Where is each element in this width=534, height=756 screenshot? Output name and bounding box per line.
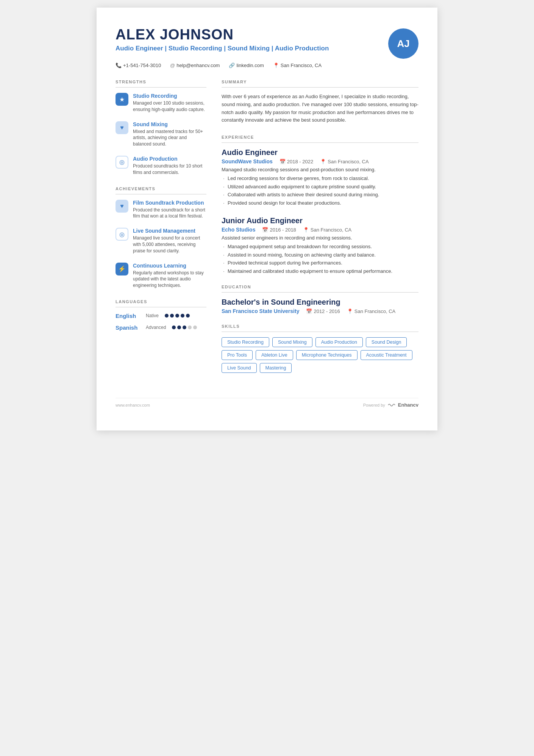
exp-summary-0: Managed studio recording sessions and po… xyxy=(222,167,418,172)
skill-tag-5: Ableton Live xyxy=(256,350,293,360)
strength-name-1: Sound Mixing xyxy=(133,121,206,127)
summary-divider xyxy=(222,87,418,88)
achievement-content-2: Continuous Learning Regularly attend wor… xyxy=(133,263,206,289)
exp-bullet-0-2: Collaborated with artists to achieve the… xyxy=(222,191,418,199)
resume-page: ALEX JOHNSON Audio Engineer | Studio Rec… xyxy=(97,8,437,430)
skill-tag-1: Sound Mixing xyxy=(272,337,312,347)
location-icon: 📍 xyxy=(273,63,279,68)
education-divider xyxy=(222,292,418,293)
achievement-name-1: Live Sound Management xyxy=(133,228,206,234)
education-section: EDUCATION Bachelor's in Sound Engineerin… xyxy=(222,285,418,314)
edu-meta-0: San Francisco State University 📅 2012 - … xyxy=(222,308,418,314)
achievement-item-2: ⚡ Continuous Learning Regularly attend w… xyxy=(116,263,206,289)
location-text: San Francisco, CA xyxy=(281,63,322,68)
skill-tag-4: Pro Tools xyxy=(222,350,253,360)
dot xyxy=(177,326,181,329)
strength-item-2: ◎ Audio Production Produced soundtracks … xyxy=(116,156,206,176)
edu-degree-0: Bachelor's in Sound Engineering xyxy=(222,298,418,307)
language-item-0: English Native xyxy=(116,313,206,319)
link-icon: 🔗 xyxy=(229,63,235,68)
strength-content-0: Studio Recording Managed over 100 studio… xyxy=(133,93,206,113)
strength-name-0: Studio Recording xyxy=(133,93,206,99)
language-name-1: Spanish xyxy=(116,324,142,331)
strengths-section: STRENGTHS ★ Studio Recording Managed ove… xyxy=(116,80,206,176)
exp-meta-0: SoundWave Studios 📅 2018 - 2022 📍 San Fr… xyxy=(222,158,418,164)
dot xyxy=(181,314,184,318)
calendar-icon-edu: 📅 xyxy=(306,308,312,314)
strengths-divider xyxy=(116,87,206,88)
skill-tag-8: Live Sound xyxy=(222,363,257,373)
exp-company-1: Echo Studios xyxy=(222,227,255,233)
strength-content-2: Audio Production Produced soundtracks fo… xyxy=(133,156,206,176)
strength-desc-1: Mixed and mastered tracks for 50+ artist… xyxy=(133,128,206,147)
email-icon: @ xyxy=(170,63,175,68)
exp-bullets-0: Led recording sessions for diverse genre… xyxy=(222,175,418,207)
header: ALEX JOHNSON Audio Engineer | Studio Rec… xyxy=(116,27,418,59)
achievement-name-0: Film Soundtrack Production xyxy=(133,200,206,206)
edu-school-0: San Francisco State University xyxy=(222,308,299,314)
exp-date-1: 📅 2016 - 2018 xyxy=(262,227,296,233)
website-url: linkedin.com xyxy=(236,63,264,68)
dot xyxy=(188,326,192,329)
edu-location-0: 📍 San Francisco, CA xyxy=(347,308,395,314)
exp-bullet-0-0: Led recording sessions for diverse genre… xyxy=(222,175,418,182)
experience-section: EXPERIENCE Audio Engineer SoundWave Stud… xyxy=(222,135,418,275)
achievements-heading: ACHIEVEMENTS xyxy=(116,186,206,191)
location-item: 📍 San Francisco, CA xyxy=(273,63,322,68)
exp-bullet-1-3: Maintained and calibrated studio equipme… xyxy=(222,268,418,275)
exp-block-1: Junior Audio Engineer Echo Studios 📅 201… xyxy=(222,216,418,275)
exp-meta-1: Echo Studios 📅 2016 - 2018 📍 San Francis… xyxy=(222,227,418,233)
email-item: @ help@enhancv.com xyxy=(170,63,220,68)
strength-content-1: Sound Mixing Mixed and mastered tracks f… xyxy=(133,121,206,147)
phone-item: 📞 +1-541-754-3010 xyxy=(116,63,161,68)
pin-icon-0: 📍 xyxy=(320,159,326,164)
exp-block-0: Audio Engineer SoundWave Studios 📅 2018 … xyxy=(222,148,418,207)
footer-url: www.enhancv.com xyxy=(116,403,150,407)
exp-bullet-1-1: Assisted in sound mixing, focusing on ac… xyxy=(222,251,418,259)
language-item-1: Spanish Advanced xyxy=(116,324,206,331)
strength-desc-0: Managed over 100 studio sessions, ensuri… xyxy=(133,100,206,113)
achievement-desc-0: Produced the soundtrack for a short film… xyxy=(133,207,206,220)
strength-icon-0: ★ xyxy=(116,93,128,106)
right-column: SUMMARY With over 6 years of experience … xyxy=(222,80,418,383)
dot xyxy=(183,326,186,329)
achievement-desc-2: Regularly attend workshops to stay updat… xyxy=(133,270,206,289)
phone-number: +1-541-754-3010 xyxy=(123,63,161,68)
exp-job-title-0: Audio Engineer xyxy=(222,148,418,157)
languages-heading: LANGUAGES xyxy=(116,299,206,304)
achievement-icon-0: ♥ xyxy=(116,200,128,213)
experience-heading: EXPERIENCE xyxy=(222,135,418,139)
skill-tag-6: Microphone Techniques xyxy=(296,350,358,360)
website-item: 🔗 linkedin.com xyxy=(229,63,264,68)
email-address: help@enhancv.com xyxy=(176,63,220,68)
strengths-heading: STRENGTHS xyxy=(116,80,206,84)
achievements-divider xyxy=(116,194,206,194)
language-level-0: Native xyxy=(146,313,159,318)
exp-date-0: 📅 2018 - 2022 xyxy=(279,159,313,164)
skills-divider xyxy=(222,332,418,332)
skills-heading: SKILLS xyxy=(222,324,418,329)
exp-summary-1: Assisted senior engineers in recording a… xyxy=(222,235,418,241)
achievements-section: ACHIEVEMENTS ♥ Film Soundtrack Productio… xyxy=(116,186,206,289)
dot xyxy=(165,314,169,318)
education-heading: EDUCATION xyxy=(222,285,418,289)
exp-location-1: 📍 San Francisco, CA xyxy=(303,227,351,233)
dot xyxy=(172,326,176,329)
exp-location-0: 📍 San Francisco, CA xyxy=(320,159,368,164)
skill-tag-3: Sound Design xyxy=(366,337,407,347)
strength-icon-1: ♥ xyxy=(116,121,128,134)
achievement-content-1: Live Sound Management Managed live sound… xyxy=(133,228,206,254)
contact-bar: 📞 +1-541-754-3010 @ help@enhancv.com 🔗 l… xyxy=(116,63,418,68)
skill-tag-0: Studio Recording xyxy=(222,337,269,347)
candidate-title: Audio Engineer | Studio Recording | Soun… xyxy=(116,44,329,53)
dot xyxy=(175,314,179,318)
summary-section: SUMMARY With over 6 years of experience … xyxy=(222,80,418,124)
dot xyxy=(186,314,190,318)
exp-bullet-0-1: Utilized advanced audio equipment to cap… xyxy=(222,183,418,191)
page-footer: www.enhancv.com Powered by Enhancv xyxy=(116,398,418,408)
skills-grid: Studio Recording Sound Mixing Audio Prod… xyxy=(222,337,418,373)
exp-bullet-1-0: Managed equipment setup and breakdown fo… xyxy=(222,243,418,250)
achievement-item-1: ◎ Live Sound Management Managed live sou… xyxy=(116,228,206,254)
strength-name-2: Audio Production xyxy=(133,156,206,162)
enhancv-logo-icon xyxy=(387,402,396,408)
